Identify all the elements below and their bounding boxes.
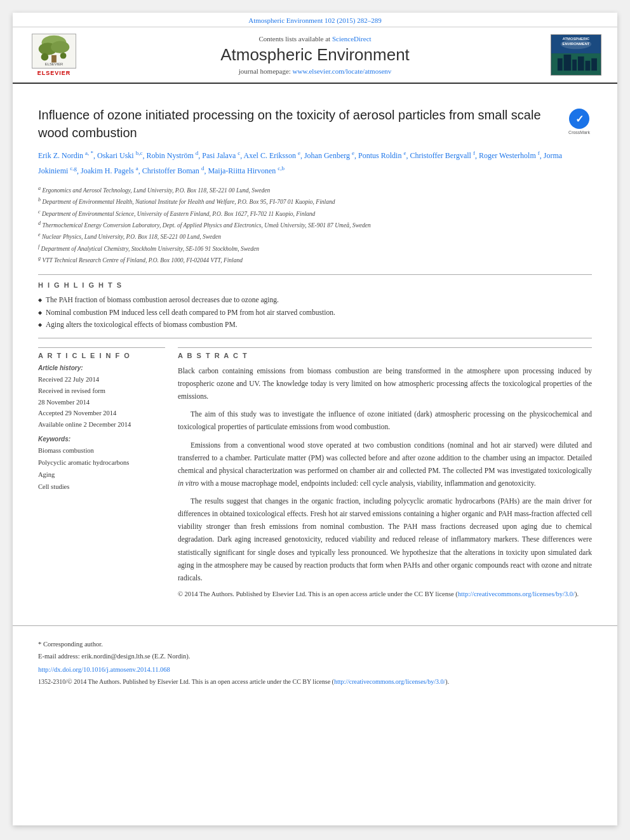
elsevier-logo-art: ELSEVIER bbox=[32, 34, 76, 69]
affiliation-g: g VTT Technical Research Centre of Finla… bbox=[38, 254, 592, 265]
divider-1 bbox=[38, 274, 592, 275]
divider-2 bbox=[38, 338, 592, 338]
atm-env-logo: ATMOSPHERIC ENVIRONMENT bbox=[547, 34, 605, 76]
affiliation-b: b Department of Environmental Health, Na… bbox=[38, 196, 592, 207]
journal-reference-text: Atmospheric Environment 102 (2015) 282–2… bbox=[248, 17, 382, 24]
svg-rect-14 bbox=[578, 57, 584, 70]
highlights-title: H I G H L I G H T S bbox=[38, 281, 592, 289]
crossmark-label: CrossMark bbox=[568, 130, 590, 135]
abstract-body: Black carbon containing emissions from b… bbox=[178, 364, 592, 600]
abstract-para-4: The results suggest that changes in the … bbox=[178, 495, 592, 584]
authors-list: Erik Z. Nordin a, *, Oskari Uski b,c, Ro… bbox=[38, 148, 592, 178]
received-revised-label: Received in revised form bbox=[38, 387, 105, 394]
keywords-label: Keywords: bbox=[38, 436, 165, 443]
svg-text:ATMOSPHERIC: ATMOSPHERIC bbox=[563, 37, 590, 41]
footer: * Corresponding author. E-mail address: … bbox=[13, 625, 617, 694]
content-area: Influence of ozone initiated processing … bbox=[13, 84, 617, 613]
affiliation-c: c Department of Environmental Science, U… bbox=[38, 208, 592, 219]
highlights-section: H I G H L I G H T S The PAH fraction of … bbox=[38, 281, 592, 331]
keyword-1: Biomass combustion bbox=[38, 447, 94, 454]
abstract-para-3: Emissions from a conventional wood stove… bbox=[178, 439, 592, 490]
highlight-item-2: Nominal combustion PM induced less cell … bbox=[38, 307, 592, 319]
svg-rect-13 bbox=[572, 60, 577, 70]
journal-header: ELSEVIER ELSEVIER Contents lists availab… bbox=[13, 27, 617, 84]
journal-title: Atmospheric Environment bbox=[89, 45, 541, 65]
article-title-section: Influence of ozone initiated processing … bbox=[38, 97, 592, 148]
issn-line: 1352-2310/© 2014 The Authors. Published … bbox=[38, 677, 592, 687]
svg-point-5 bbox=[41, 53, 49, 61]
svg-text:ELSEVIER: ELSEVIER bbox=[45, 62, 63, 66]
corresponding-author-note: * Corresponding author. E-mail address: … bbox=[38, 639, 592, 663]
homepage-link[interactable]: www.elsevier.com/locate/atmosenv bbox=[293, 67, 392, 75]
affiliations-list: a Ergonomics and Aerosol Technology, Lun… bbox=[38, 184, 592, 265]
svg-point-3 bbox=[51, 41, 69, 53]
email-note: (E.Z. Nordin). bbox=[152, 653, 190, 660]
affiliation-f: f Department of Analytical Chemistry, St… bbox=[38, 243, 592, 254]
issn-license-link[interactable]: http://creativecommons.org/licenses/by/3… bbox=[334, 678, 445, 685]
keywords-list: Biomass combustion Polycyclic aromatic h… bbox=[38, 445, 165, 493]
author-email-link[interactable]: erik.nordin@design.lth.se bbox=[81, 653, 151, 660]
svg-rect-4 bbox=[51, 55, 57, 63]
elsevier-label: ELSEVIER bbox=[37, 70, 71, 76]
doi-link[interactable]: http://dx.doi.org/10.1016/j.atmosenv.201… bbox=[38, 666, 170, 673]
abstract-para-2: The aim of this study was to investigate… bbox=[178, 408, 592, 433]
received-date: Received 22 July 2014 bbox=[38, 376, 99, 383]
accepted-date: Accepted 29 November 2014 bbox=[38, 410, 116, 417]
keyword-3: Aging bbox=[38, 471, 55, 478]
authors-text: Erik Z. Nordin a, *, Oskari Uski b,c, Ro… bbox=[38, 151, 562, 175]
affiliation-e: e Nuclear Physics, Lund University, P.O.… bbox=[38, 230, 592, 242]
svg-point-6 bbox=[60, 53, 67, 59]
journal-homepage: journal homepage: www.elsevier.com/locat… bbox=[89, 67, 541, 75]
highlight-item-1: The PAH fraction of biomass combustion a… bbox=[38, 294, 592, 307]
license-link[interactable]: http://creativecommons.org/licenses/by/3… bbox=[458, 590, 575, 597]
abstract-para-1: Black carbon containing emissions from b… bbox=[178, 364, 592, 403]
keyword-4: Cell studies bbox=[38, 483, 69, 490]
doi-line: http://dx.doi.org/10.1016/j.atmosenv.201… bbox=[38, 666, 592, 673]
affiliation-a: a Ergonomics and Aerosol Technology, Lun… bbox=[38, 184, 592, 196]
journal-center: Contents lists available at ScienceDirec… bbox=[89, 35, 541, 75]
available-date: Available online 2 December 2014 bbox=[38, 421, 131, 428]
svg-text:ENVIRONMENT: ENVIRONMENT bbox=[563, 42, 590, 46]
svg-rect-11 bbox=[558, 58, 563, 70]
keyword-2: Polycyclic aromatic hydrocarbons bbox=[38, 459, 129, 466]
article-history-label: Article history: bbox=[38, 364, 165, 371]
revised-date: 28 November 2014 bbox=[38, 399, 90, 406]
crossmark-icon: ✓ bbox=[569, 109, 589, 129]
abstract-column: A B S T R A C T Black carbon containing … bbox=[178, 347, 592, 600]
svg-rect-15 bbox=[586, 61, 591, 71]
affiliation-d: d Thermochemical Energy Conversion Labor… bbox=[38, 219, 592, 230]
two-column-layout: A R T I C L E I N F O Article history: R… bbox=[38, 347, 592, 600]
atm-env-logo-box: ATMOSPHERIC ENVIRONMENT bbox=[551, 34, 601, 76]
abstract-header: A B S T R A C T bbox=[178, 347, 592, 359]
article-info-column: A R T I C L E I N F O Article history: R… bbox=[38, 347, 165, 600]
license-text: © 2014 The Authors. Published by Elsevie… bbox=[178, 589, 592, 600]
svg-rect-12 bbox=[564, 55, 572, 70]
sciencedirect-link[interactable]: ScienceDirect bbox=[332, 35, 372, 43]
in-vitro-text: in vitro bbox=[178, 479, 199, 487]
article-info-header: A R T I C L E I N F O bbox=[38, 347, 165, 359]
article-dates: Received 22 July 2014 Received in revise… bbox=[38, 374, 165, 430]
email-label: E-mail address: bbox=[38, 653, 80, 660]
article-title: Influence of ozone initiated processing … bbox=[38, 106, 560, 142]
elsevier-logo: ELSEVIER ELSEVIER bbox=[25, 34, 83, 76]
crossmark-badge: ✓ CrossMark bbox=[566, 109, 592, 135]
journal-reference-bar: Atmospheric Environment 102 (2015) 282–2… bbox=[13, 13, 617, 27]
highlight-item-3: Aging alters the toxicological effects o… bbox=[38, 319, 592, 331]
svg-rect-16 bbox=[591, 58, 597, 70]
page: Atmospheric Environment 102 (2015) 282–2… bbox=[13, 13, 617, 825]
contents-available-text: Contents lists available at ScienceDirec… bbox=[89, 35, 541, 43]
